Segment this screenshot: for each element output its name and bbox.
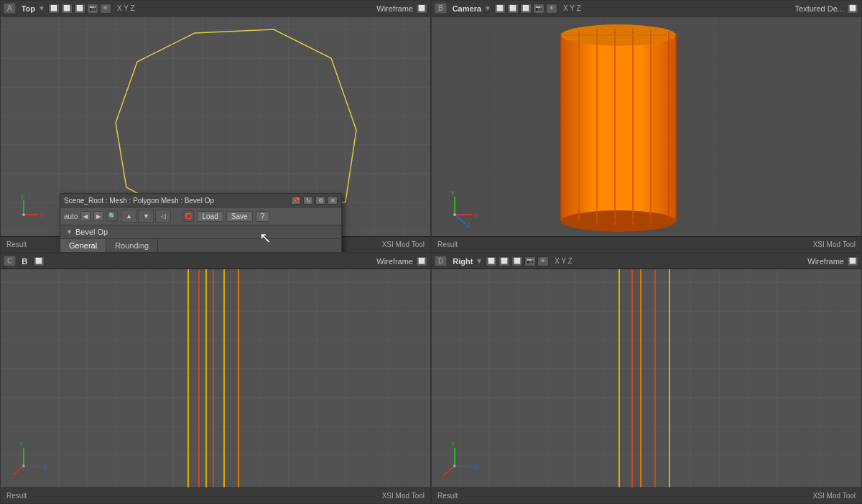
arrow-right-btn[interactable]: ▶	[93, 211, 103, 221]
axis-display-camera: X Y Z	[440, 190, 483, 230]
vp-icon-tr3[interactable]: ⬜	[520, 4, 532, 14]
vp-expand-botright[interactable]: ⬜	[847, 256, 858, 266]
vp-icon-br-eye[interactable]: 👁	[537, 256, 549, 266]
preset-icon2[interactable]: ⭕	[182, 210, 194, 222]
save-button[interactable]: Save	[226, 211, 253, 222]
svg-text:Z: Z	[466, 221, 471, 228]
dialog-title: Scene_Root : Mesh : Polygon Mesh : Bevel…	[64, 197, 214, 205]
view-name-botleft: B	[22, 257, 27, 266]
mode-textured-camera: Textured De...	[795, 4, 844, 13]
viewport-topright-header: B Camera ▼ ⬜ ⬜ ⬜ 📷 👁 X Y Z Textured De..…	[432, 1, 861, 17]
dialog-icon-pin[interactable]: 📌	[291, 196, 301, 205]
bevel-op-label: Bevel Op	[75, 228, 108, 236]
view-name-top: Top	[22, 4, 35, 13]
vp-icon-3[interactable]: ⬜	[74, 4, 85, 14]
svg-text:Z: Z	[43, 463, 47, 470]
corner-label-b: B	[435, 3, 447, 14]
svg-text:Y: Y	[450, 190, 455, 197]
svg-text:Y: Y	[450, 441, 455, 448]
svg-text:X: X	[40, 212, 44, 219]
view-name-camera: Camera	[453, 4, 481, 13]
tab-general[interactable]: General	[60, 239, 106, 252]
vp-expand-botleft[interactable]: ⬜	[416, 256, 427, 266]
tab-rounding[interactable]: Rounding	[106, 239, 158, 252]
vp-icon-br2[interactable]: ⬜	[499, 256, 510, 266]
dialog-icon-close[interactable]: ✕	[328, 196, 338, 205]
viewport-bot-left[interactable]: Y X Z C B ⬜ Wireframe ⬜ Result XSI Mod T…	[0, 253, 431, 504]
dialog-icon-settings[interactable]: ⚙	[315, 196, 325, 205]
svg-point-8	[561, 210, 676, 232]
modtool-label-topleft: XSI Mod Tool	[382, 241, 425, 248]
result-label-topright: Result	[437, 241, 458, 248]
result-label-botright: Result	[437, 492, 458, 500]
result-label-botleft: Result	[6, 492, 27, 500]
auto-label: auto	[64, 213, 78, 220]
vp-expand-camera[interactable]: ⬜	[847, 4, 858, 14]
axis-display-top: X Y	[9, 193, 45, 230]
cylinder-svg	[547, 22, 690, 234]
mode-wireframe-botright: Wireframe	[807, 257, 844, 266]
dialog-tabs: General Rounding	[60, 239, 341, 253]
svg-line-35	[444, 466, 455, 475]
axis-xyz-top: X Y Z	[117, 4, 135, 12]
viewport-botright-footer: Result XSI Mod Tool	[432, 487, 861, 503]
svg-point-5	[22, 213, 25, 216]
axis-xyz-camera: X Y Z	[563, 4, 581, 12]
corner-label-d: D	[435, 256, 447, 266]
nav-btn-up[interactable]: ▲	[121, 210, 136, 223]
load-button[interactable]: Load	[197, 211, 223, 222]
result-label-topleft: Result	[6, 241, 27, 248]
vp-icon-tr1[interactable]: ⬜	[494, 4, 506, 14]
preset-icon[interactable]: 🔍	[106, 210, 118, 222]
svg-text:Z: Z	[474, 463, 478, 470]
corner-label-c: C	[4, 256, 16, 266]
viewport-botright-header: D Right ▼ ⬜ ⬜ ⬜ 📷 👁 X Y Z Wireframe ⬜	[432, 253, 861, 269]
viewport-top-left[interactable]: A Top ▼ ⬜ ⬜ ⬜ 📷 👁 X Y Z Wireframe ⬜ X Y	[0, 0, 431, 253]
vp-icon-br1[interactable]: ⬜	[486, 256, 497, 266]
vp-icon-eye[interactable]: 👁	[100, 4, 111, 14]
dialog-titlebar: Scene_Root : Mesh : Polygon Mesh : Bevel…	[60, 194, 341, 207]
vp-icon-tr-eye[interactable]: 👁	[546, 4, 557, 14]
vp-icon-1[interactable]: ⬜	[48, 4, 60, 14]
vp-expand-top[interactable]: ⬜	[416, 4, 427, 14]
corner-label-a: A	[4, 3, 16, 14]
axis-display-botleft: Y X Z	[9, 441, 52, 482]
viewport-top-right[interactable]: X Y Z B Camera ▼ ⬜ ⬜ ⬜ 📷 👁 X Y Z Texture…	[431, 0, 862, 253]
modtool-label-botleft: XSI Mod Tool	[382, 492, 425, 500]
arrow-left-btn[interactable]: ◀	[80, 211, 91, 221]
viewport-botleft-footer: Result XSI Mod Tool	[1, 487, 430, 503]
svg-text:Y: Y	[19, 441, 24, 448]
dialog-icon-refresh[interactable]: ↻	[303, 196, 313, 205]
axis-xyz-right: X Y Z	[555, 257, 573, 265]
mode-wireframe-top: Wireframe	[376, 4, 413, 13]
svg-line-23	[455, 215, 465, 224]
bevel-op-header: ▼ Bevel Op	[60, 225, 341, 239]
help-button[interactable]: ?	[256, 211, 270, 222]
svg-line-28	[13, 466, 24, 475]
nav-btn-down[interactable]: ▼	[138, 210, 154, 223]
svg-rect-6	[561, 33, 676, 223]
modtool-label-botright: XSI Mod Tool	[813, 492, 856, 500]
view-name-right: Right	[453, 257, 473, 266]
viewport-botleft-header: C B ⬜ Wireframe ⬜	[1, 253, 430, 269]
svg-text:X: X	[440, 475, 445, 480]
svg-text:X: X	[9, 475, 14, 480]
svg-point-25	[453, 213, 456, 216]
vp-icon-cam[interactable]: 📷	[87, 4, 98, 14]
viewport-topright-footer: Result XSI Mod Tool	[432, 236, 861, 252]
vp-icon-tr2[interactable]: ⬜	[507, 4, 519, 14]
vp-icon-2[interactable]: ⬜	[61, 4, 73, 14]
vp-icon-bl1[interactable]: ⬜	[33, 256, 45, 266]
vp-icon-tr-cam[interactable]: 📷	[533, 4, 544, 14]
vp-icon-br-cam[interactable]: 📷	[524, 256, 536, 266]
modtool-label-topright: XSI Mod Tool	[813, 241, 856, 248]
dialog-toolbar: auto ◀ ▶ 🔍 ▲ ▼ ◁ ⭕ Load Save ?	[60, 207, 341, 225]
mode-wireframe-botleft: Wireframe	[376, 257, 413, 266]
axis-display-botright: Y X Z	[440, 441, 483, 482]
bevel-dialog: Scene_Root : Mesh : Polygon Mesh : Bevel…	[60, 193, 342, 253]
svg-text:X: X	[474, 212, 478, 219]
nav-btn-prev[interactable]: ◁	[155, 210, 171, 223]
viewport-bot-right[interactable]: Y X Z D Right ▼ ⬜ ⬜ ⬜ 📷 👁 X Y Z Wirefram…	[431, 253, 862, 504]
vp-icon-br3[interactable]: ⬜	[511, 256, 523, 266]
svg-text:Y: Y	[20, 193, 24, 200]
